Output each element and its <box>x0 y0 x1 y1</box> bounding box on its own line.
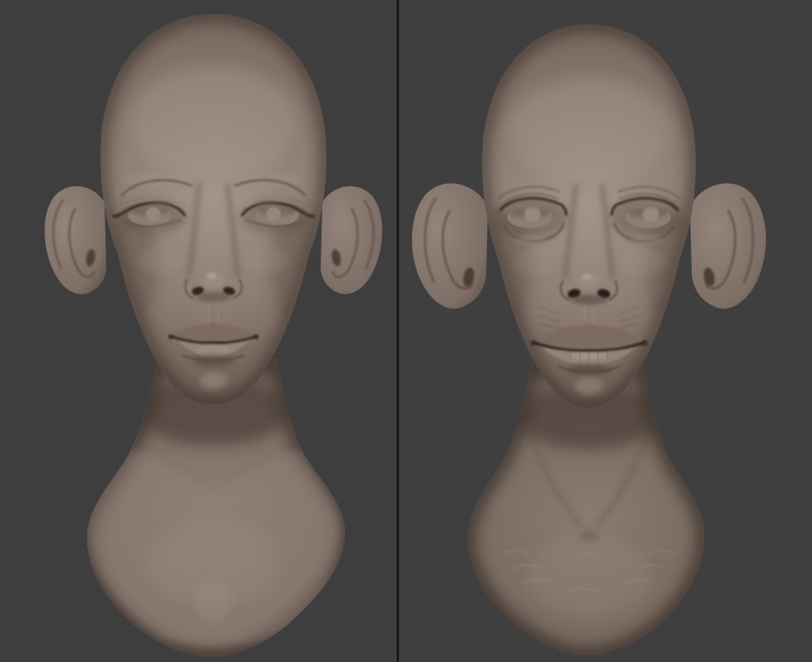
cheek-highlight <box>139 246 184 274</box>
cornea-bump <box>643 206 660 223</box>
chin-highlight <box>200 372 227 389</box>
cheek-highlight <box>619 247 664 275</box>
sculpt-compare-window <box>0 0 812 662</box>
cheek-highlight <box>514 247 559 275</box>
philtrum-edge <box>593 307 594 321</box>
philtrum-edge <box>584 307 585 321</box>
viewport-canvas[interactable] <box>0 0 812 662</box>
cornea-bump <box>146 207 161 222</box>
forehead-highlight <box>509 77 669 185</box>
nose-tip-highlight <box>582 274 592 280</box>
chest-highlight <box>526 535 652 618</box>
viewport-divider-highlight <box>396 0 396 662</box>
bag-highlight <box>514 236 549 245</box>
philtrum-edge <box>208 307 209 321</box>
nose-tip-highlight <box>206 273 217 280</box>
cornea-bump <box>267 207 281 222</box>
cheek-highlight <box>243 246 288 274</box>
mouth-corner-shadow <box>168 334 173 340</box>
lower-lip-highlight <box>196 346 231 355</box>
under-nose-shadow <box>571 294 607 305</box>
mouth-corner-shadow <box>642 341 648 347</box>
mouth-corner-shadow <box>531 341 537 347</box>
bag-highlight <box>629 236 664 245</box>
under-lip-shadow <box>566 364 612 376</box>
viewport-divider[interactable] <box>396 0 399 662</box>
forehead-highlight <box>131 65 296 179</box>
under-nose-shadow <box>196 292 231 302</box>
sternum-highlight <box>194 578 233 624</box>
philtrum-edge <box>218 307 219 321</box>
under-lip-shadow <box>193 355 234 367</box>
chin-highlight <box>575 377 603 395</box>
mouth-corner-shadow <box>254 334 259 340</box>
